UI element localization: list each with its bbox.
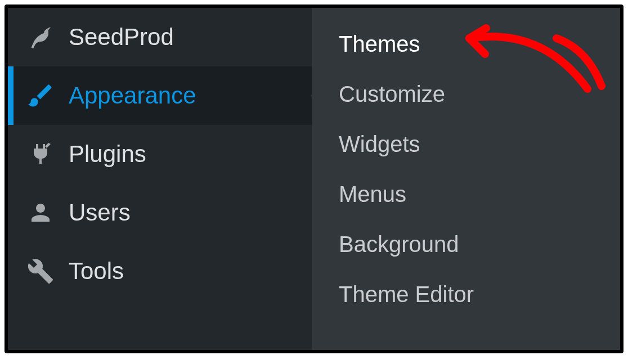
submenu-item-theme-editor[interactable]: Theme Editor xyxy=(312,269,620,320)
submenu-item-background[interactable]: Background xyxy=(312,219,620,269)
sidebar-item-label: Appearance xyxy=(69,82,196,109)
submenu-item-customize[interactable]: Customize xyxy=(312,69,620,119)
paintbrush-icon xyxy=(24,81,57,110)
user-icon xyxy=(24,198,57,227)
wrench-icon xyxy=(24,257,57,286)
sidebar-item-users[interactable]: Users xyxy=(8,183,312,242)
plug-icon xyxy=(24,140,57,169)
sidebar-item-plugins[interactable]: Plugins xyxy=(8,125,312,183)
submenu-item-widgets[interactable]: Widgets xyxy=(312,119,620,169)
admin-sidebar: SeedProd Appearance Plugins xyxy=(8,8,312,350)
leaf-icon xyxy=(24,23,57,52)
sidebar-item-label: Plugins xyxy=(69,141,146,168)
submenu-item-menus[interactable]: Menus xyxy=(312,169,620,219)
sidebar-item-label: Users xyxy=(69,199,131,226)
submenu-item-themes[interactable]: Themes xyxy=(312,19,620,69)
sidebar-item-seedprod[interactable]: SeedProd xyxy=(8,8,312,66)
admin-menu-container: SeedProd Appearance Plugins xyxy=(5,5,623,353)
sidebar-item-tools[interactable]: Tools xyxy=(8,242,312,300)
sidebar-item-label: Tools xyxy=(69,258,124,285)
sidebar-item-appearance[interactable]: Appearance xyxy=(8,66,312,125)
sidebar-item-label: SeedProd xyxy=(69,24,174,51)
appearance-submenu: Themes Customize Widgets Menus Backgroun… xyxy=(312,8,620,350)
